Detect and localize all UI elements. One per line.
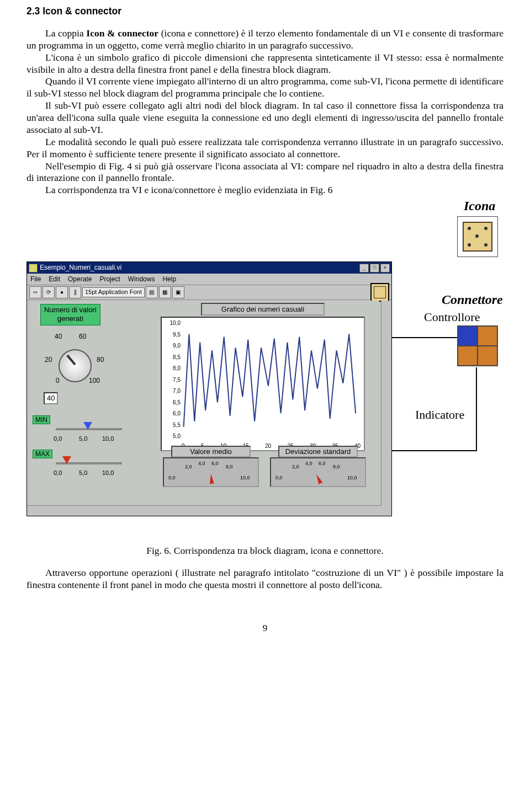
die-icon: [463, 222, 492, 252]
indicatore-label: Indicatore: [415, 407, 464, 423]
menu-file[interactable]: File: [30, 275, 41, 284]
knob-tick-80: 80: [97, 356, 104, 364]
knob-caption: Numero di valori generati: [40, 304, 100, 325]
connector-pane-input: [458, 326, 478, 346]
min-label: MIN: [33, 415, 50, 424]
menu-project[interactable]: Project: [99, 275, 120, 284]
menu-help[interactable]: Help: [162, 275, 176, 284]
align-button[interactable]: ▤: [146, 286, 158, 298]
gauge-mean-label: Valore medio: [171, 446, 251, 457]
tick: 5,0: [79, 469, 87, 477]
para-1: La coppia Icon & connector (icona e conn…: [26, 28, 504, 52]
title-bar: Esempio_Numeri_casuali.vi _ □ ×: [27, 262, 391, 274]
controllore-label: Controllore: [424, 309, 480, 325]
window-title: Esempio_Numeri_casuali.vi: [40, 264, 121, 272]
tick: 0,0: [54, 435, 62, 443]
tick: 5,0: [79, 435, 87, 443]
connector-pane-cell: [478, 326, 497, 346]
vi-icon-small[interactable]: [370, 283, 389, 302]
gauge-mean: 0,0 2,0 4,0 6,0 8,0 10,0: [163, 457, 259, 487]
random-chart: Grafico dei numeri casuali 10,09,59,08,5…: [161, 303, 365, 451]
gauge-std-wrap: Deviazione standard 0,0 2,0 4,0 6,0 8,0 …: [270, 458, 366, 487]
figure-6: Icona Connettore Controllore Indicatore: [26, 215, 504, 535]
max-label: MAX: [33, 450, 52, 458]
knob-tick-40: 40: [55, 333, 62, 341]
chart-title: Grafico dei numeri casuali: [201, 303, 325, 316]
horizontal-scrollbar[interactable]: [27, 505, 381, 516]
icona-label: Icona: [464, 197, 495, 214]
para-7: La corrispondenza tra VI e icona/connett…: [26, 184, 504, 196]
para-6: Nell'esempio di Fig. 4 si può già osserv…: [26, 161, 504, 185]
knob-tick-0: 0: [56, 377, 60, 385]
para-after-figure: Attraverso opportune operazioni ( illust…: [26, 567, 504, 591]
gauge-needle-icon: [315, 473, 323, 484]
font-selector[interactable]: 15pt Application Font: [82, 287, 145, 297]
figure-caption: Fig. 6. Corrispondenza tra block diagram…: [26, 545, 504, 557]
labview-window: Esempio_Numeri_casuali.vi _ □ × File Edi…: [26, 261, 392, 516]
page-number: 9: [26, 622, 504, 634]
min-slider[interactable]: [56, 425, 122, 433]
tick: 0,0: [54, 469, 62, 477]
vi-icon-box: [457, 216, 498, 257]
gauge-mean-wrap: Valore medio 0,0 2,0 4,0 6,0 8,0 10,0: [163, 458, 259, 487]
run-cont-button[interactable]: ⟳: [43, 286, 55, 298]
para-2: L'icona è un simbolo grafico di piccole …: [26, 52, 504, 76]
front-panel: Numero di valori generati 0 20 40 60 80 …: [31, 301, 379, 504]
menu-windows[interactable]: Windows: [128, 275, 155, 284]
knob-tick-100: 100: [89, 377, 100, 385]
window-icon: [29, 264, 38, 273]
para-3: Quando il VI corrente viene impiegato al…: [26, 76, 504, 100]
abort-button[interactable]: ●: [56, 286, 68, 298]
connector-pane-cell: [478, 346, 497, 366]
arrow-indicatore-v: [476, 367, 477, 451]
connector-pane: [457, 325, 498, 366]
gauge-std-label: Deviazione standard: [278, 446, 358, 457]
t-bold: Icon & connector: [86, 28, 158, 39]
minimize-button[interactable]: _: [359, 264, 369, 273]
para-4: Il sub-VI può essere collegato agli altr…: [26, 100, 504, 136]
tick: 10,0: [102, 469, 114, 477]
chart-line-icon: [162, 318, 364, 448]
tick: 10,0: [102, 435, 114, 443]
max-slider[interactable]: [56, 460, 122, 467]
reorder-button[interactable]: ▣: [172, 286, 184, 298]
gauge-needle-icon: [209, 474, 214, 484]
para-5: Le modalità secondo le quali può essere …: [26, 136, 504, 161]
run-button[interactable]: ⇨: [29, 286, 41, 298]
vertical-scrollbar[interactable]: [381, 301, 391, 516]
chart-plot-area: 10,09,59,08,58,07,57,06,56,05,55,0 05101…: [161, 317, 365, 451]
knob-tick-60: 60: [79, 333, 86, 341]
gauge-std: 0,0 2,0 4,0 6,0 8,0 10,0: [270, 457, 366, 487]
maximize-button[interactable]: □: [370, 264, 379, 273]
section-heading: 2.3 Icon & connector: [26, 6, 504, 18]
pause-button[interactable]: ‖: [69, 286, 81, 298]
connector-pane-cell: [458, 346, 478, 366]
knob-tick-20: 20: [45, 356, 52, 364]
toolbar: ⇨ ⟳ ● ‖ 15pt Application Font ▤ ▦ ▣: [27, 285, 391, 300]
distribute-button[interactable]: ▦: [159, 286, 171, 298]
connettore-label: Connettore: [442, 291, 503, 308]
close-button[interactable]: ×: [380, 264, 390, 273]
menu-bar: File Edit Operate Project Windows Help: [27, 274, 391, 285]
menu-edit[interactable]: Edit: [49, 275, 60, 284]
knob-value-box[interactable]: 40: [44, 392, 58, 404]
t: La coppia: [45, 28, 86, 39]
menu-operate[interactable]: Operate: [68, 275, 92, 284]
